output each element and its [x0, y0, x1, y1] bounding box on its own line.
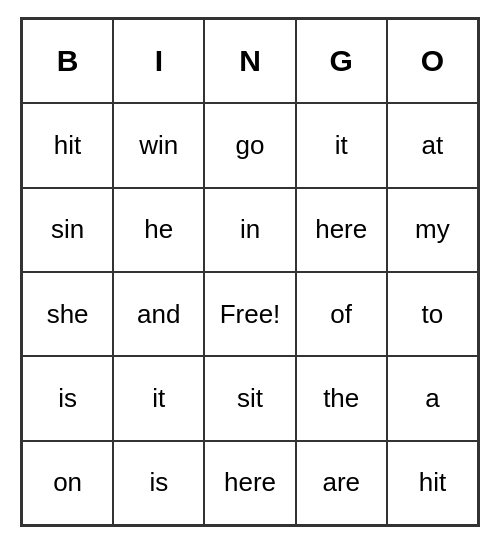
bingo-cell-r0-c1: win: [113, 103, 204, 187]
bingo-row-0: hitwingoitat: [22, 103, 478, 187]
bingo-cell-r2-c2: Free!: [204, 272, 295, 356]
bingo-cell-r3-c2: sit: [204, 356, 295, 440]
bingo-cell-r0-c2: go: [204, 103, 295, 187]
header-cell-i: I: [113, 19, 204, 103]
bingo-cell-r2-c0: she: [22, 272, 113, 356]
header-cell-b: B: [22, 19, 113, 103]
bingo-cell-r1-c4: my: [387, 188, 478, 272]
bingo-cell-r3-c3: the: [296, 356, 387, 440]
bingo-row-2: sheandFree!ofto: [22, 272, 478, 356]
bingo-cell-r0-c3: it: [296, 103, 387, 187]
bingo-row-1: sinheinheremy: [22, 188, 478, 272]
header-cell-o: O: [387, 19, 478, 103]
header-cell-g: G: [296, 19, 387, 103]
bingo-cell-r3-c4: a: [387, 356, 478, 440]
bingo-card: BINGOhitwingoitatsinheinheremysheandFree…: [20, 17, 480, 527]
bingo-row-4: onisherearehit: [22, 441, 478, 525]
bingo-cell-r0-c0: hit: [22, 103, 113, 187]
bingo-cell-r2-c3: of: [296, 272, 387, 356]
bingo-cell-r3-c0: is: [22, 356, 113, 440]
bingo-cell-r0-c4: at: [387, 103, 478, 187]
bingo-row-3: isitsitthea: [22, 356, 478, 440]
bingo-cell-r2-c1: and: [113, 272, 204, 356]
bingo-cell-r4-c4: hit: [387, 441, 478, 525]
bingo-cell-r1-c1: he: [113, 188, 204, 272]
bingo-cell-r1-c3: here: [296, 188, 387, 272]
header-cell-n: N: [204, 19, 295, 103]
bingo-cell-r1-c2: in: [204, 188, 295, 272]
bingo-cell-r1-c0: sin: [22, 188, 113, 272]
bingo-cell-r4-c1: is: [113, 441, 204, 525]
bingo-cell-r4-c0: on: [22, 441, 113, 525]
bingo-cell-r4-c3: are: [296, 441, 387, 525]
bingo-cell-r2-c4: to: [387, 272, 478, 356]
bingo-cell-r4-c2: here: [204, 441, 295, 525]
bingo-cell-r3-c1: it: [113, 356, 204, 440]
bingo-header-row: BINGO: [22, 19, 478, 103]
